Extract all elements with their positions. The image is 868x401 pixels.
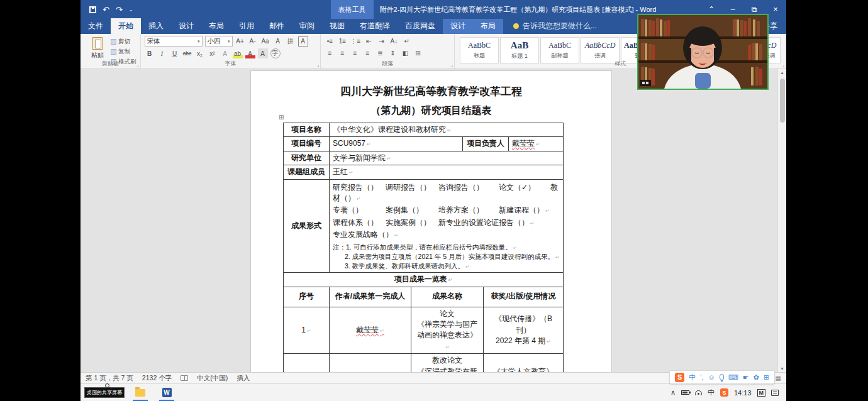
- window-title: 附件2-四川大学新世纪高等教育教学改革工程（第九期）研究项目结题表 [兼容模式]…: [374, 5, 701, 14]
- taskbar-file-explorer[interactable]: [130, 384, 151, 401]
- screen-share-badge[interactable]: 桌面的共享屏幕: [84, 387, 125, 398]
- taskbar-word[interactable]: W: [156, 384, 177, 401]
- battery-icon[interactable]: [681, 390, 689, 395]
- tab-insert[interactable]: 插入: [141, 18, 171, 34]
- document-page[interactable]: 四川大学新世纪高等教育教学改革工程 （第九期）研究项目结题表 ⊞ 项目名称 《中…: [250, 70, 612, 372]
- tab-review[interactable]: 审阅: [292, 18, 322, 34]
- skin-icon[interactable]: ✿: [754, 373, 759, 382]
- proofing-icon[interactable]: [181, 375, 188, 381]
- clipboard-dialog-launcher[interactable]: ⌟: [136, 62, 139, 68]
- tray-chevron-icon[interactable]: ∧: [670, 388, 676, 397]
- save-icon[interactable]: [89, 6, 96, 13]
- soft-keyboard-icon[interactable]: ⌨: [728, 373, 738, 382]
- underline-icon[interactable]: U: [170, 48, 180, 58]
- line-spacing-icon[interactable]: ⇕: [387, 48, 398, 58]
- tab-youdao-translate[interactable]: 有道翻译: [352, 18, 398, 34]
- decrease-indent-icon[interactable]: ⇤: [364, 36, 374, 46]
- table-row: 课题组成员 王红: [284, 165, 564, 179]
- scroll-down-icon[interactable]: ▼: [780, 365, 784, 372]
- toolbox-icon[interactable]: ⊞: [764, 373, 769, 382]
- tab-baidu-netdisk[interactable]: 百度网盘: [398, 18, 443, 34]
- tab-design[interactable]: 设计: [171, 18, 201, 34]
- distribute-icon[interactable]: ≣: [375, 48, 385, 58]
- page-indicator[interactable]: 第 1 页，共 7 页: [86, 374, 133, 383]
- change-case-icon[interactable]: Aa: [260, 36, 270, 47]
- emoji-icon[interactable]: ☺: [708, 373, 715, 381]
- shrink-font-icon[interactable]: A-: [248, 36, 258, 47]
- font-dialog-launcher[interactable]: ⌟: [317, 62, 320, 68]
- ime-mode-icon[interactable]: M: [757, 389, 766, 397]
- project-form-table: 项目名称 《中华文化》课程建设和教材研究 项目编号 SCU9057 项目负责人 …: [283, 123, 564, 273]
- font-name-combo[interactable]: 宋体▾: [145, 36, 203, 47]
- borders-icon[interactable]: ⊞: [413, 48, 423, 58]
- insert-mode[interactable]: 插入: [236, 374, 250, 383]
- scroll-up-icon[interactable]: ▲: [780, 69, 784, 76]
- scrollbar-thumb[interactable]: [780, 79, 785, 123]
- multilevel-list-icon[interactable]: ⋮≡: [350, 36, 361, 46]
- tab-layout[interactable]: 布局: [201, 18, 231, 34]
- enclose-characters-icon[interactable]: 字: [270, 48, 281, 58]
- sort-icon[interactable]: A↓: [389, 36, 399, 46]
- qat-customize-icon[interactable]: ⌄: [129, 7, 133, 13]
- font-color-icon[interactable]: A: [245, 48, 255, 58]
- character-shading-icon[interactable]: A: [258, 48, 268, 58]
- language-indicator[interactable]: 中文(中国): [197, 374, 228, 383]
- wifi-icon[interactable]: [695, 390, 702, 395]
- strikethrough-icon[interactable]: abc: [182, 48, 192, 58]
- numbered-list-icon[interactable]: 1≡: [337, 36, 347, 46]
- superscript-icon[interactable]: x²: [208, 48, 218, 58]
- tab-file[interactable]: 文件: [81, 18, 111, 34]
- web-layout-view-icon[interactable]: ▦: [776, 375, 781, 382]
- tab-references[interactable]: 引用: [231, 18, 262, 34]
- microphone-icon[interactable]: [720, 374, 724, 380]
- tab-table-design[interactable]: 设计: [443, 18, 473, 34]
- italic-icon[interactable]: I: [157, 48, 167, 58]
- align-center-icon[interactable]: ≡: [337, 48, 347, 58]
- text-effects-icon[interactable]: A: [220, 48, 230, 58]
- sogou-logo-icon[interactable]: S: [675, 373, 684, 382]
- highlight-color-icon[interactable]: ab: [233, 48, 243, 58]
- paste-button[interactable]: 粘贴: [84, 36, 111, 60]
- col-header: 获奖/出版/使用情况: [484, 287, 564, 307]
- font-size-combo[interactable]: 小四▾: [205, 36, 233, 47]
- align-right-icon[interactable]: ≡: [350, 48, 360, 58]
- undo-icon[interactable]: ↶: [103, 5, 109, 14]
- shading-icon[interactable]: ◧: [400, 48, 410, 58]
- align-left-icon[interactable]: ≡: [325, 48, 335, 58]
- punctuation-icon[interactable]: ’,: [700, 373, 704, 381]
- show-formatting-marks-icon[interactable]: ↵: [401, 36, 411, 46]
- taskbar: 桌面的共享屏幕 W ∧ 中 S 14:13 M: [81, 383, 786, 401]
- action-center-icon[interactable]: [771, 390, 779, 396]
- bullet-list-icon[interactable]: •≡: [325, 36, 335, 46]
- redo-icon[interactable]: ↷: [116, 5, 123, 14]
- justify-icon[interactable]: ≡: [362, 48, 372, 58]
- tab-home[interactable]: 开始: [111, 18, 141, 34]
- clear-formatting-icon[interactable]: A: [273, 36, 283, 47]
- character-border-icon[interactable]: A: [298, 36, 308, 47]
- tab-table-layout[interactable]: 布局: [473, 18, 503, 34]
- increase-indent-icon[interactable]: ⇥: [376, 36, 386, 46]
- tab-view[interactable]: 视图: [322, 18, 352, 34]
- styles-dialog-launcher[interactable]: ⌟: [782, 62, 784, 68]
- tell-me-box[interactable]: 告诉我您想要做什么...: [503, 21, 603, 34]
- results-table: 项目成果一览表 序号 作者/成果第一完成人 成果名称 获奖/出版/使用情况 1 …: [283, 272, 564, 372]
- ime-tray-icon[interactable]: 中: [708, 388, 715, 397]
- doc-title-line2: （第九期）研究项目结题表: [251, 104, 611, 118]
- cut-button[interactable]: 剪切: [111, 38, 136, 46]
- webcam-video[interactable]: [637, 14, 769, 90]
- bold-icon[interactable]: B: [145, 48, 155, 58]
- chinese-mode-icon[interactable]: 中: [689, 373, 696, 382]
- clock[interactable]: 14:13: [734, 389, 752, 397]
- paragraph-dialog-launcher[interactable]: ⌟: [450, 62, 453, 68]
- tab-mailings[interactable]: 邮件: [262, 18, 292, 34]
- vertical-scrollbar[interactable]: ▲ ▼: [777, 69, 786, 372]
- project-no-value: SCU9057: [330, 137, 463, 151]
- sogou-tray-icon[interactable]: S: [720, 388, 728, 397]
- table-move-handle[interactable]: ⊞: [279, 114, 284, 121]
- copy-button[interactable]: 复制: [111, 48, 136, 56]
- phonetic-guide-icon[interactable]: 拼: [286, 36, 296, 47]
- grow-font-icon[interactable]: A+: [235, 36, 245, 47]
- word-count[interactable]: 2132 个字: [142, 374, 172, 383]
- subscript-icon[interactable]: x₂: [195, 48, 205, 58]
- handwriting-icon[interactable]: ☛: [743, 373, 749, 382]
